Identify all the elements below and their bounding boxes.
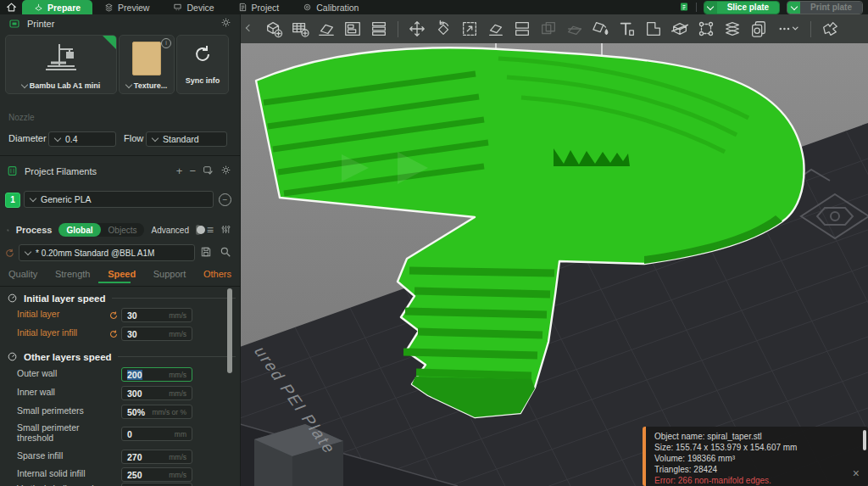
setting-input[interactable]: 0 mm <box>121 427 192 441</box>
scene-3d: ured PEI Plate <box>240 14 868 486</box>
sync-info-card[interactable]: Sync info <box>176 35 229 94</box>
setting-input[interactable]: 50% mm/s or % <box>121 405 192 419</box>
fill-gap-icon[interactable] <box>643 18 665 40</box>
auto-orient-icon[interactable] <box>315 18 337 40</box>
slice-options-chevron[interactable] <box>704 2 717 14</box>
tab-others[interactable]: Others <box>203 269 231 279</box>
setting-input[interactable]: 250 mm/s <box>121 467 192 482</box>
bed-type-card[interactable]: i Texture... <box>119 35 175 94</box>
tab-preview[interactable]: Preview <box>92 0 161 14</box>
arrange-icon[interactable] <box>342 18 364 40</box>
setting-input[interactable]: 300 mm/s <box>121 386 192 400</box>
scope-toggle: Global Objects <box>58 223 144 237</box>
reset-icon[interactable] <box>108 327 120 338</box>
remove-slot-icon[interactable]: − <box>219 193 231 206</box>
tab-device[interactable]: Device <box>161 0 225 14</box>
tab-project[interactable]: Project <box>226 0 292 14</box>
remove-filament-icon[interactable]: − <box>189 165 196 176</box>
save-preset-icon[interactable] <box>200 246 212 261</box>
setting-input-selected[interactable]: 200 mm/s <box>121 367 192 382</box>
color-paint-icon[interactable] <box>590 18 612 40</box>
setting-label: Sparse infill <box>17 451 112 461</box>
other-speed-section: Other layers speed <box>7 351 236 362</box>
print-options-chevron[interactable] <box>787 2 800 14</box>
split-to-plates-icon[interactable] <box>368 18 390 40</box>
split-to-objects-icon <box>537 18 559 40</box>
search-icon[interactable] <box>220 246 231 261</box>
printer-dropdown-chevron[interactable] <box>20 81 27 88</box>
add-object-icon[interactable] <box>263 18 285 40</box>
topbar-divider <box>696 3 697 12</box>
viewport-3d[interactable]: ured PEI Plate <box>240 14 868 486</box>
filament-select[interactable]: Generic PLA <box>24 191 214 208</box>
setting-input[interactable]: 80% mm/s or % <box>121 483 192 486</box>
filament-name: Generic PLA <box>41 194 92 204</box>
speedometer-icon <box>7 293 18 304</box>
assembly-view-icon[interactable] <box>819 18 841 40</box>
rotate-icon[interactable] <box>432 18 454 40</box>
support-paint-icon[interactable] <box>721 18 743 40</box>
tab-calibration[interactable]: Calibration <box>291 0 370 14</box>
speedometer-icon <box>7 351 18 362</box>
info-icon[interactable]: i <box>161 38 171 48</box>
reset-icon[interactable] <box>108 309 120 320</box>
more-tools-icon[interactable] <box>774 18 803 40</box>
variable-layer-icon[interactable] <box>748 18 770 40</box>
param-list-icon[interactable]: ≡ <box>207 224 214 236</box>
scope-objects-pill[interactable]: Objects <box>101 226 145 235</box>
sync-filament-icon[interactable] <box>203 165 214 177</box>
setting-input[interactable]: 270 mm/s <box>121 450 192 464</box>
filament-settings-gear-icon[interactable] <box>220 165 231 177</box>
advanced-toggle[interactable] <box>196 225 200 235</box>
compare-params-icon[interactable] <box>220 224 231 237</box>
home-icon[interactable] <box>0 0 22 19</box>
printer-settings-gear-icon[interactable] <box>220 17 231 30</box>
gcode-file-icon[interactable] <box>679 0 689 15</box>
tab-strength[interactable]: Strength <box>55 269 91 279</box>
tab-support[interactable]: Support <box>153 269 186 279</box>
flow-label: Flow <box>124 133 143 143</box>
setting-input[interactable]: 30 mm/s <box>121 327 192 341</box>
object-name: Object name: spiral_taper.stl <box>654 431 860 442</box>
split-horizontal-icon[interactable] <box>511 18 533 40</box>
nozzle-label: Nozzle <box>8 113 35 122</box>
tab-label: Prepare <box>47 3 81 13</box>
sidebar-scrollbar[interactable] <box>227 288 232 373</box>
diameter-select[interactable]: 0.4 <box>48 131 116 147</box>
close-icon[interactable]: × <box>853 468 860 479</box>
filament-slot-badge[interactable]: 1 <box>5 193 20 208</box>
tab-speed[interactable]: Speed <box>108 269 136 279</box>
preset-reset-icon[interactable] <box>4 247 15 262</box>
process-preset-select[interactable]: * 0.20mm Standard @BBL A1M <box>19 244 195 261</box>
printer-card[interactable]: Bambu Lab A1 mini <box>5 35 117 94</box>
move-icon[interactable] <box>406 18 428 40</box>
add-plate-icon[interactable] <box>289 18 311 40</box>
printer-section-icon <box>8 19 20 29</box>
diameter-value: 0.4 <box>65 134 78 144</box>
setting-label: Inner wall <box>17 388 112 398</box>
scale-icon[interactable] <box>459 18 481 40</box>
process-section-icon <box>7 225 9 236</box>
tab-label: Calibration <box>316 3 359 13</box>
divider <box>0 286 240 287</box>
bed-type-chevron[interactable] <box>125 81 132 88</box>
tab-quality[interactable]: Quality <box>8 269 37 279</box>
lay-on-face-icon[interactable] <box>485 18 507 40</box>
printer-image <box>36 41 86 75</box>
mesh-boolean-icon[interactable] <box>695 18 717 40</box>
tab-prepare[interactable]: Prepare <box>22 0 92 14</box>
infobox-scrollbar[interactable] <box>863 430 866 450</box>
print-plate-button[interactable]: Print plate <box>800 2 862 14</box>
collapse-sidebar-icon[interactable] <box>246 25 253 31</box>
top-bar: Prepare Preview Device Project Calibrati… <box>0 0 868 14</box>
cut-icon[interactable] <box>669 18 691 40</box>
slice-plate-button[interactable]: Slice plate <box>717 2 779 14</box>
scope-global-pill[interactable]: Global <box>58 223 100 237</box>
setting-row: Initial layer 30 mm/s <box>0 308 240 323</box>
add-filament-icon[interactable]: + <box>176 165 183 176</box>
text-tool-icon[interactable] <box>616 18 638 40</box>
divider <box>0 155 240 156</box>
setting-input[interactable]: 30 mm/s <box>121 308 192 322</box>
flow-select[interactable]: Standard <box>146 131 227 147</box>
setting-label: Outer wall <box>17 369 112 379</box>
